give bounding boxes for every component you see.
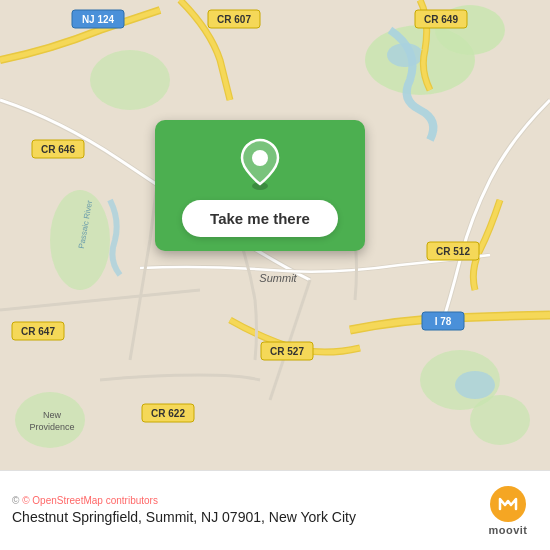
bottom-bar: © © OpenStreetMap contributors Chestnut … <box>0 470 550 550</box>
bottom-left-info: © © OpenStreetMap contributors Chestnut … <box>12 495 356 526</box>
svg-point-7 <box>15 392 85 448</box>
map-attribution: © © OpenStreetMap contributors <box>12 495 356 506</box>
svg-text:CR 622: CR 622 <box>151 408 185 419</box>
svg-text:CR 512: CR 512 <box>436 246 470 257</box>
svg-text:CR 647: CR 647 <box>21 326 55 337</box>
svg-point-6 <box>470 395 530 445</box>
svg-point-9 <box>455 371 495 399</box>
location-pin-icon <box>238 138 282 190</box>
svg-point-3 <box>90 50 170 110</box>
svg-text:CR 607: CR 607 <box>217 14 251 25</box>
copyright-symbol: © <box>12 495 22 506</box>
map-container: NJ 124 CR 607 CR 649 CR 646 CR 512 CR 64… <box>0 0 550 470</box>
svg-text:New: New <box>43 410 62 420</box>
location-card: Take me there <box>155 120 365 251</box>
svg-text:NJ 124: NJ 124 <box>82 14 115 25</box>
svg-text:CR 527: CR 527 <box>270 346 304 357</box>
svg-text:CR 646: CR 646 <box>41 144 75 155</box>
svg-text:Summit: Summit <box>259 272 297 284</box>
moovit-logo: moovit <box>478 486 538 536</box>
openstreetmap-link[interactable]: © OpenStreetMap contributors <box>22 495 158 506</box>
take-me-there-button[interactable]: Take me there <box>182 200 338 237</box>
svg-text:CR 649: CR 649 <box>424 14 458 25</box>
moovit-icon <box>490 486 526 522</box>
moovit-label: moovit <box>488 524 527 536</box>
moovit-svg-icon <box>497 493 519 515</box>
svg-point-8 <box>387 43 423 67</box>
svg-point-33 <box>252 150 268 166</box>
location-text: Chestnut Springfield, Summit, NJ 07901, … <box>12 508 356 526</box>
svg-text:I 78: I 78 <box>435 316 452 327</box>
svg-text:Providence: Providence <box>29 422 74 432</box>
